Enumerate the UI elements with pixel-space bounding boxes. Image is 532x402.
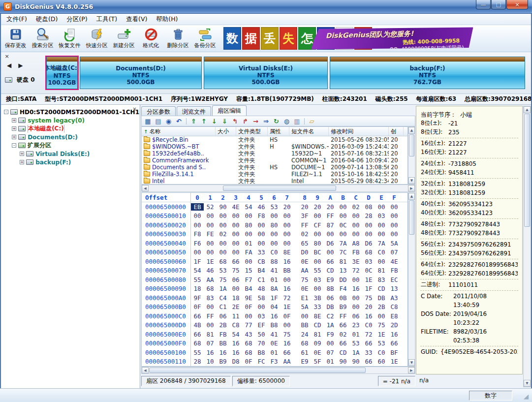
hex-byte[interactable]: B9 (217, 358, 229, 365)
next-sector-icon[interactable]: ↓ (210, 117, 219, 125)
hex-byte[interactable]: 00 (311, 230, 324, 238)
hex-byte[interactable]: 00 (229, 248, 242, 256)
hex-byte[interactable]: 00 (281, 276, 293, 283)
hex-byte[interactable]: 00 (281, 230, 293, 238)
hex-byte[interactable]: 9E (242, 294, 255, 302)
tab-partition-params[interactable]: 分区参数 (141, 106, 176, 116)
hex-byte[interactable]: D8 (229, 358, 242, 365)
hex-byte[interactable]: 07 (388, 248, 401, 256)
hex-byte[interactable]: 20 (281, 203, 293, 211)
hex-byte[interactable]: 00 (204, 240, 217, 247)
scroll-arrow-left-icon[interactable]: ◀ (142, 367, 149, 373)
hex-byte[interactable]: 0F (242, 303, 255, 310)
hex-byte[interactable]: F7 (242, 276, 255, 283)
hex-byte[interactable]: C1 (217, 303, 229, 310)
hex-byte[interactable]: 68 (204, 285, 217, 292)
hex-byte[interactable]: 00 (324, 230, 337, 238)
template-icon[interactable]: ▥ (293, 117, 301, 125)
hex-byte[interactable]: FA (242, 248, 255, 256)
resize-grip[interactable]: ◢ (524, 393, 531, 400)
scroll-thumb[interactable] (409, 200, 414, 235)
column-header-3[interactable]: 属性 (268, 127, 289, 136)
hex-byte[interactable]: 75 (229, 267, 242, 274)
menu-partition[interactable]: 分区(P) (62, 14, 92, 25)
hex-byte[interactable]: 00 (229, 285, 242, 292)
save-icon[interactable]: ▦ (144, 117, 152, 125)
close-button[interactable]: × (506, 0, 528, 9)
hex-byte[interactable]: E9 (324, 276, 337, 283)
goto-end-icon[interactable]: ⇓ (220, 117, 229, 125)
hex-byte[interactable]: 9F (191, 294, 204, 302)
hex-byte[interactable]: 68 (217, 258, 229, 265)
hex-byte[interactable]: 43 (242, 331, 255, 338)
column-header-4[interactable]: 短文件名 (289, 127, 329, 136)
close-tree-icon[interactable]: × (131, 106, 138, 112)
hex-hscroll[interactable]: ◀▶ (141, 367, 415, 374)
hex-byte[interactable]: 66 (191, 331, 204, 338)
hex-byte[interactable]: 7A (337, 240, 349, 247)
hex-byte[interactable]: F8 (191, 230, 204, 238)
hex-byte[interactable]: 66 (191, 312, 204, 320)
scroll-thumb[interactable] (149, 368, 366, 373)
hex-byte[interactable]: 16 (229, 340, 242, 347)
ad-tile-3[interactable]: 失 (280, 27, 297, 50)
hex-byte[interactable]: 00 (375, 203, 388, 211)
hex-byte[interactable]: 75 (217, 276, 229, 283)
hex-byte[interactable]: 2B (375, 303, 388, 310)
hex-byte[interactable]: 48 (255, 285, 268, 292)
hex-byte[interactable]: 00 (311, 212, 324, 219)
hex-byte[interactable]: 00 (281, 212, 293, 219)
backup-partition-button[interactable]: 备份分区 (191, 25, 219, 52)
hex-byte[interactable]: DB (324, 303, 337, 310)
hex-byte[interactable]: 0F (242, 358, 255, 365)
hex-byte[interactable]: 16 (388, 331, 401, 338)
tree-item-backup-f-expander[interactable]: + (20, 160, 24, 164)
hex-byte[interactable]: 00 (268, 240, 281, 247)
hex-byte[interactable]: A8 (349, 240, 362, 247)
column-header-2[interactable]: 文件类型 (236, 127, 268, 136)
tree-item-system-legacy[interactable]: +system legacy(0) (1, 116, 140, 124)
hex-byte[interactable]: 88 (268, 258, 281, 265)
hex-byte[interactable]: 66 (388, 340, 401, 347)
hex-byte[interactable]: 2E (229, 303, 242, 310)
undo-icon[interactable]: ↶ (175, 117, 183, 125)
hex-byte[interactable]: B4 (242, 285, 255, 292)
hex-byte[interactable]: 08 (362, 203, 375, 211)
hex-byte[interactable]: 54 (229, 331, 242, 338)
hex-byte[interactable]: 0F (191, 303, 204, 310)
hex-byte[interactable]: FB (349, 248, 362, 256)
hex-byte[interactable]: D6 (362, 240, 375, 247)
hex-byte[interactable]: 00 (349, 276, 362, 283)
hex-byte[interactable]: 00 (337, 230, 349, 238)
partition-d-block[interactable]: Documents(D:)NTFS500.0GB (80, 57, 202, 89)
hex-byte[interactable]: 1A (349, 349, 362, 356)
goto-sector-icon[interactable]: ⇒ (262, 117, 270, 125)
hex-byte[interactable]: FF (298, 221, 311, 229)
hex-byte[interactable]: 72 (281, 294, 293, 302)
ad-tile-0[interactable]: 数 (223, 27, 241, 50)
hex-byte[interactable]: 00 (217, 221, 229, 229)
scroll-arrow-down-icon[interactable]: ▼ (524, 380, 531, 387)
hex-byte[interactable]: BB (281, 267, 293, 274)
scroll-arrow-right-icon[interactable]: ▶ (408, 185, 415, 191)
hex-byte[interactable]: 16 (349, 285, 362, 292)
file-row-3[interactable]: CommonFramework文件夹COMMON~12016-04-06 10:… (142, 157, 407, 164)
tree-item-virtual-disks-e[interactable]: +Virtual Disks(E:) (1, 150, 140, 158)
hex-byte[interactable]: 83 (204, 294, 217, 302)
hex-byte[interactable]: 00 (242, 312, 255, 320)
hex-byte[interactable]: 8A (268, 285, 281, 292)
hex-byte[interactable]: 15 (242, 267, 255, 274)
hex-byte[interactable]: C1 (255, 276, 268, 283)
copy-icon[interactable]: ▤ (154, 117, 162, 125)
scroll-thumb[interactable] (409, 134, 414, 156)
tree-item-local-disk-c-expander[interactable]: + (12, 126, 16, 131)
hex-byte[interactable]: 00 (255, 221, 268, 229)
hex-byte[interactable]: C2 (324, 312, 337, 320)
hex-byte[interactable]: E9 (298, 358, 311, 365)
hex-byte[interactable]: 28 (362, 212, 375, 219)
hex-byte[interactable]: 33 (362, 349, 375, 356)
hex-byte[interactable]: 00 (337, 203, 349, 211)
hex-byte[interactable]: BC (311, 248, 324, 256)
hex-byte[interactable]: 24 (298, 331, 311, 338)
hex-byte[interactable]: 75 (375, 321, 388, 329)
